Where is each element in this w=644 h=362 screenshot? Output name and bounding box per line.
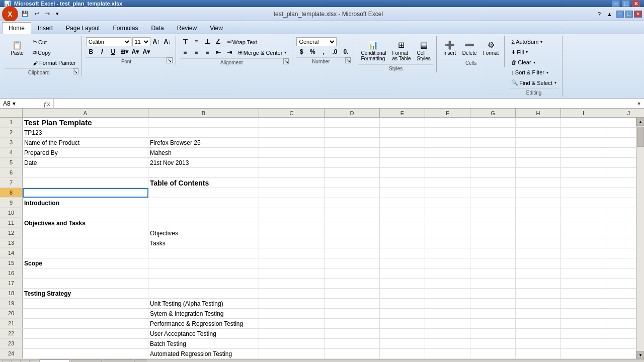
- cell-i16[interactable]: [561, 268, 606, 278]
- copy-button[interactable]: ⧉ Copy: [30, 48, 78, 57]
- tab-view[interactable]: View: [203, 22, 229, 34]
- cell-j8[interactable]: [606, 188, 636, 198]
- cell-j5[interactable]: [606, 158, 636, 167]
- row-header-4[interactable]: 4: [0, 148, 23, 157]
- cell-i18[interactable]: [561, 289, 606, 298]
- cell-a11[interactable]: Objectives and Tasks: [23, 218, 148, 228]
- cell-c10[interactable]: [259, 208, 325, 218]
- cell-h19[interactable]: [516, 299, 561, 308]
- cell-c14[interactable]: [259, 248, 325, 258]
- cell-c17[interactable]: [259, 279, 325, 288]
- cell-f7[interactable]: [425, 178, 470, 188]
- cell-h16[interactable]: [516, 268, 561, 278]
- merge-center-button[interactable]: ⊞ Merge & Center ▾: [235, 48, 289, 57]
- cell-d20[interactable]: [325, 309, 380, 318]
- cell-a24[interactable]: [23, 349, 148, 358]
- cell-f13[interactable]: [425, 238, 470, 248]
- cell-f22[interactable]: [425, 329, 470, 338]
- cell-j12[interactable]: [606, 228, 636, 238]
- cell-g10[interactable]: [470, 208, 516, 218]
- row-header-11[interactable]: 11: [0, 218, 23, 228]
- cell-j6[interactable]: [606, 168, 636, 177]
- cell-c8[interactable]: [259, 188, 325, 198]
- cell-b9[interactable]: [148, 198, 259, 208]
- delete-button[interactable]: ➖ Delete: [460, 37, 479, 58]
- cell-c22[interactable]: [259, 329, 325, 338]
- cell-h5[interactable]: [516, 158, 561, 167]
- cell-g3[interactable]: [470, 138, 516, 147]
- col-header-h[interactable]: H: [516, 109, 561, 117]
- row-header-7[interactable]: 7: [0, 178, 23, 188]
- insert-button[interactable]: ➕ Insert: [441, 37, 459, 58]
- autosum-button[interactable]: Σ AutoSum ▾: [509, 37, 558, 46]
- cell-h4[interactable]: [516, 148, 561, 157]
- decrease-font-button[interactable]: A↓: [163, 37, 173, 46]
- help-button[interactable]: ?: [595, 10, 603, 19]
- cell-j9[interactable]: [606, 198, 636, 208]
- cell-c1[interactable]: [259, 118, 325, 127]
- col-header-b[interactable]: B: [148, 109, 259, 117]
- bold-button[interactable]: B: [86, 47, 96, 56]
- tab-page-layout[interactable]: Page Layout: [59, 22, 106, 34]
- cell-i13[interactable]: [561, 238, 606, 248]
- cell-b6[interactable]: [148, 168, 259, 177]
- cell-d4[interactable]: [325, 148, 380, 157]
- cell-a16[interactable]: [23, 268, 148, 278]
- cell-h13[interactable]: [516, 238, 561, 248]
- row-header-9[interactable]: 9: [0, 198, 23, 208]
- cell-f9[interactable]: [425, 198, 470, 208]
- cell-a6[interactable]: [23, 168, 148, 177]
- row-header-23[interactable]: 23: [0, 339, 23, 348]
- app-close[interactable]: ✕: [634, 11, 642, 18]
- scroll-track-v[interactable]: [636, 126, 644, 351]
- font-size-select[interactable]: 11: [132, 37, 150, 46]
- number-expand[interactable]: ↘: [345, 57, 351, 63]
- cell-reference-box[interactable]: A8 ▾: [0, 99, 40, 108]
- conditional-formatting-button[interactable]: 📊 ConditionalFormatting: [358, 37, 388, 63]
- cell-d3[interactable]: [325, 138, 380, 147]
- font-color-button[interactable]: A▾: [141, 47, 151, 56]
- cell-f3[interactable]: [425, 138, 470, 147]
- cell-e20[interactable]: [380, 309, 425, 318]
- cell-c21[interactable]: [259, 319, 325, 328]
- cell-j14[interactable]: [606, 248, 636, 258]
- cell-i19[interactable]: [561, 299, 606, 308]
- cell-c9[interactable]: [259, 198, 325, 208]
- cell-a18[interactable]: Testing Strategy: [23, 289, 148, 298]
- cell-d5[interactable]: [325, 158, 380, 167]
- sheet-prev-button[interactable]: ◄: [11, 360, 19, 362]
- cell-a5[interactable]: Date: [23, 158, 148, 167]
- cell-styles-button[interactable]: ▤ CellStyles: [415, 37, 433, 63]
- cell-f16[interactable]: [425, 268, 470, 278]
- cell-b3[interactable]: Firefox Browser 25: [148, 138, 259, 147]
- cell-e2[interactable]: [380, 128, 425, 137]
- cell-h24[interactable]: [516, 349, 561, 358]
- undo-button[interactable]: ↩: [32, 9, 42, 19]
- cell-g15[interactable]: [470, 258, 516, 268]
- cell-a9[interactable]: Introduction: [23, 198, 148, 208]
- cell-h23[interactable]: [516, 339, 561, 348]
- cell-b20[interactable]: Sytem & Integration Testing: [148, 309, 259, 318]
- cell-d17[interactable]: [325, 279, 380, 288]
- cell-e10[interactable]: [380, 208, 425, 218]
- cell-e4[interactable]: [380, 148, 425, 157]
- cell-c4[interactable]: [259, 148, 325, 157]
- cell-e6[interactable]: [380, 168, 425, 177]
- row-header-8[interactable]: 8: [0, 188, 23, 198]
- cell-c18[interactable]: [259, 289, 325, 298]
- decimal-dec-button[interactable]: 0.: [341, 47, 351, 56]
- cell-f19[interactable]: [425, 299, 470, 308]
- cell-d13[interactable]: [325, 238, 380, 248]
- cell-j4[interactable]: [606, 148, 636, 157]
- cell-h2[interactable]: [516, 128, 561, 137]
- cell-h6[interactable]: [516, 168, 561, 177]
- cell-g4[interactable]: [470, 148, 516, 157]
- row-header-19[interactable]: 19: [0, 299, 23, 308]
- cell-j19[interactable]: [606, 299, 636, 308]
- customize-button[interactable]: ▾: [53, 9, 61, 19]
- cell-e9[interactable]: [380, 198, 425, 208]
- cell-a13[interactable]: [23, 238, 148, 248]
- cell-b15[interactable]: [148, 258, 259, 268]
- cell-h18[interactable]: [516, 289, 561, 298]
- cell-i9[interactable]: [561, 198, 606, 208]
